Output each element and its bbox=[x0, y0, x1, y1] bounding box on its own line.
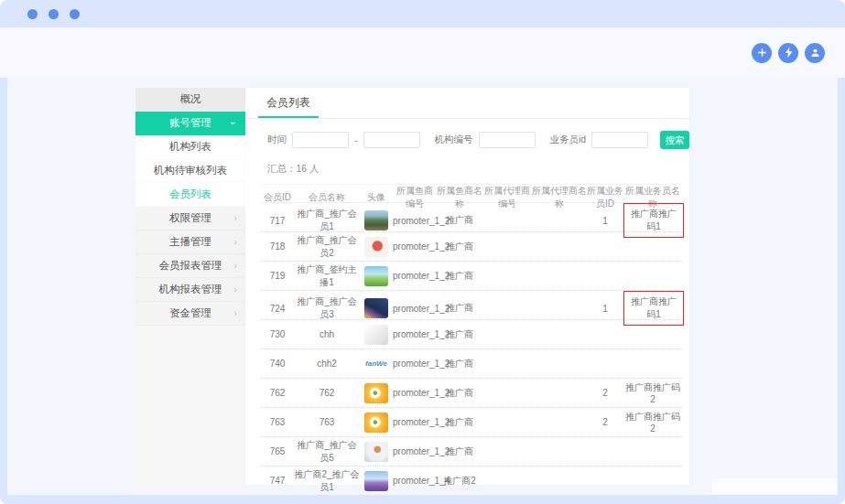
filter-bar: 时间 - 机构编号 业务员id 搜索 bbox=[267, 131, 689, 149]
sidebar-item-资金管理[interactable]: 资金管理 › bbox=[135, 302, 245, 326]
cell-merchant-name: 推广商 bbox=[437, 328, 482, 341]
cell-merchant-name: 推广商 bbox=[437, 416, 482, 429]
cell-member-id: 717 bbox=[261, 216, 294, 226]
col-header-merchant-no: 所属鱼商编号 bbox=[393, 185, 437, 210]
cell-merchant-no: promoter_1_2 bbox=[393, 304, 437, 314]
cell-member-id: 747 bbox=[261, 476, 294, 486]
chevron-icon: › bbox=[233, 284, 237, 295]
night-photo bbox=[364, 298, 388, 318]
table-row: 724 推广商_推广会员3 promoter_1_2 推广商 1 推广商推广码1 bbox=[261, 291, 682, 320]
add-icon[interactable] bbox=[752, 43, 772, 63]
browser-window: 概况 账号管理 › 机构列表 机构待审核列表 会员列表 权限管理 › 主播管理 … bbox=[0, 0, 845, 504]
orange-app-icon bbox=[364, 383, 388, 403]
cell-merchant-no: promoter_1_2 bbox=[393, 329, 437, 339]
cell-member-name: chh bbox=[294, 329, 360, 339]
orange-app-icon bbox=[364, 413, 388, 433]
sidebar-item-label: 账号管理 bbox=[169, 116, 211, 130]
lavender-field-photo bbox=[364, 471, 388, 491]
sidebar-item-机构待审核列表[interactable]: 机构待审核列表 bbox=[135, 159, 245, 183]
sidebar-item-label: 机构列表 bbox=[169, 140, 211, 154]
page-content: 概况 账号管理 › 机构列表 机构待审核列表 会员列表 权限管理 › 主播管理 … bbox=[7, 78, 838, 495]
sidebar-item-机构列表[interactable]: 机构列表 bbox=[135, 135, 245, 159]
sidebar-item-label: 权限管理 bbox=[169, 211, 211, 225]
col-header-member-name: 会员名称 bbox=[294, 191, 360, 204]
cell-member-id: 763 bbox=[261, 417, 294, 427]
table-row: 763 763 promoter_1_2 推广商 2 推广商推广码2 bbox=[261, 408, 682, 437]
chevron-icon: › bbox=[233, 308, 237, 318]
search-button[interactable]: 搜索 bbox=[660, 131, 689, 149]
col-header-agent-name: 所属代理商名称 bbox=[532, 185, 587, 210]
cell-salesman-id: 2 bbox=[587, 388, 623, 398]
member-table: 会员ID 会员名称 头像 所属鱼商编号 所属鱼商名称 所属代理商编号 所属代理商… bbox=[261, 184, 682, 495]
cell-merchant-name: 推广商2 bbox=[437, 475, 482, 488]
fanwe-logo: fanWe bbox=[364, 354, 388, 374]
sidebar: 概况 账号管理 › 机构列表 机构待审核列表 会员列表 权限管理 › 主播管理 … bbox=[135, 88, 245, 485]
cell-merchant-name: 推广商 bbox=[437, 302, 482, 315]
window-control-dot[interactable] bbox=[49, 9, 59, 19]
cell-member-name: 推广商_推广会员3 bbox=[294, 295, 360, 321]
cell-merchant-name: 推广商 bbox=[437, 445, 482, 458]
time-start-input[interactable] bbox=[292, 132, 349, 148]
chevron-icon: › bbox=[233, 237, 237, 247]
flash-icon[interactable] bbox=[778, 43, 798, 63]
col-header-member-id: 会员ID bbox=[261, 191, 294, 204]
cell-merchant-no: promoter_1_2 bbox=[393, 216, 437, 226]
org-no-input[interactable] bbox=[479, 132, 536, 148]
sidebar-item-主播管理[interactable]: 主播管理 › bbox=[135, 231, 245, 254]
sidebar-item-概况[interactable]: 概况 bbox=[135, 88, 245, 112]
cell-member-name: 推广商2_推广会员1 bbox=[294, 468, 360, 494]
cell-member-name: 763 bbox=[294, 417, 360, 427]
table-row: 718 推广商_推广会员2 promoter_1_2 推广商 bbox=[261, 232, 682, 262]
cell-salesman-name: 推广商推广码2 bbox=[623, 411, 682, 434]
cell-member-id: 718 bbox=[261, 241, 294, 252]
character-photo bbox=[364, 237, 388, 257]
salesman-name-text: 推广商推广码2 bbox=[625, 412, 680, 434]
cell-merchant-name: 推广商 bbox=[437, 270, 482, 283]
col-header-avatar: 头像 bbox=[360, 191, 393, 204]
salesman-name-text: 推广商推广码1 bbox=[623, 291, 684, 326]
corner-panel bbox=[712, 478, 838, 495]
sidebar-item-会员列表[interactable]: 会员列表 bbox=[135, 183, 245, 207]
time-end-input[interactable] bbox=[363, 132, 420, 148]
top-toolbar bbox=[0, 27, 845, 78]
sidebar-item-label: 机构报表管理 bbox=[159, 283, 222, 296]
window-control-dot[interactable] bbox=[70, 9, 80, 19]
cell-member-name: 推广商_推广会员1 bbox=[294, 208, 360, 233]
cell-merchant-no: promoter_1_2 bbox=[393, 359, 437, 369]
sidebar-item-权限管理[interactable]: 权限管理 › bbox=[135, 207, 245, 231]
table-row: 762 762 promoter_1_2 推广商 2 推广商推广码2 bbox=[261, 379, 682, 408]
cell-salesman-name: 推广商推广码1 bbox=[623, 203, 682, 238]
cell-member-id: 730 bbox=[261, 329, 294, 339]
cell-merchant-no: promoter_1_2 bbox=[393, 388, 437, 398]
sidebar-item-会员报表管理[interactable]: 会员报表管理 › bbox=[135, 254, 245, 278]
cell-merchant-name: 推广商 bbox=[437, 214, 482, 227]
window-control-dot[interactable] bbox=[27, 9, 38, 19]
cell-merchant-no: promoter_1_2 bbox=[393, 271, 437, 281]
cell-merchant-name: 推广商 bbox=[437, 358, 482, 370]
sidebar-item-账号管理[interactable]: 账号管理 › bbox=[135, 112, 245, 135]
member-table-header: 会员ID 会员名称 头像 所属鱼商编号 所属鱼商名称 所属代理商编号 所属代理商… bbox=[261, 184, 682, 203]
chevron-icon: › bbox=[233, 213, 237, 223]
cell-member-id: 724 bbox=[261, 304, 294, 314]
cell-merchant-no: promoter_1_4 bbox=[393, 476, 437, 486]
sidebar-item-机构报表管理[interactable]: 机构报表管理 › bbox=[135, 278, 245, 302]
col-header-merchant-name: 所属鱼商名称 bbox=[437, 185, 482, 210]
salesman-name-text: 推广商推广码2 bbox=[625, 382, 680, 404]
sidebar-item-label: 机构待审核列表 bbox=[154, 164, 228, 177]
cell-member-id: 719 bbox=[261, 271, 294, 281]
cell-member-name: 762 bbox=[294, 388, 360, 398]
cell-salesman-id: 1 bbox=[587, 216, 623, 226]
tab-bar: 会员列表 bbox=[245, 88, 689, 119]
sketch-photo bbox=[364, 325, 388, 345]
cell-member-name: 推广商_推广会员2 bbox=[294, 234, 360, 260]
cell-member-id: 740 bbox=[261, 359, 294, 369]
time-filter-label: 时间 bbox=[267, 134, 287, 146]
cell-salesman-id: 2 bbox=[587, 417, 623, 427]
col-header-salesman-id: 所属业务员ID bbox=[587, 185, 623, 210]
sidebar-item-label: 概况 bbox=[180, 92, 201, 106]
salesman-id-input[interactable] bbox=[591, 132, 648, 148]
tab-member-list[interactable]: 会员列表 bbox=[258, 88, 319, 118]
user-icon[interactable] bbox=[805, 43, 825, 63]
cell-member-id: 765 bbox=[261, 446, 294, 456]
table-row: 719 推广商_签约主播1 promoter_1_2 推广商 bbox=[261, 262, 682, 291]
